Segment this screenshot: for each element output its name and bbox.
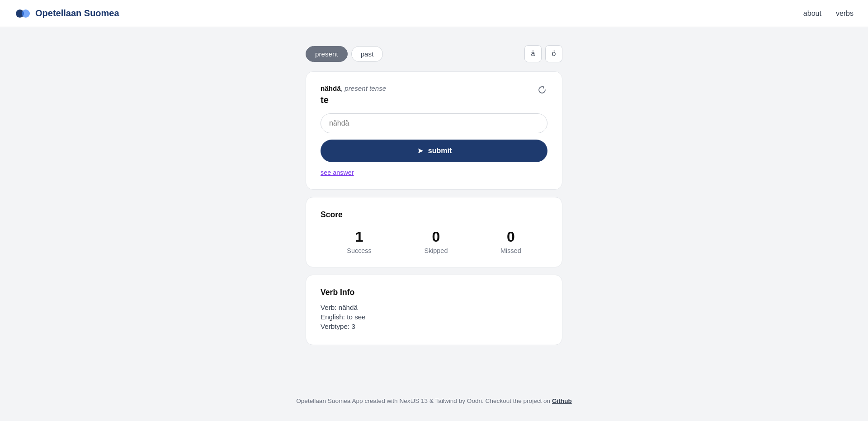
tense-tabs: present past — [306, 46, 383, 62]
svg-marker-2 — [418, 149, 423, 154]
main-content: present past ä ö nähdä, present tense te… — [298, 27, 570, 388]
see-answer-button[interactable]: see answer — [321, 169, 354, 176]
nav-about-link[interactable]: about — [803, 9, 821, 18]
controls-row: present past ä ö — [306, 45, 562, 62]
special-chars: ä ö — [524, 45, 562, 62]
score-skipped-label: Skipped — [424, 247, 448, 254]
score-success-label: Success — [347, 247, 371, 254]
answer-input[interactable] — [321, 113, 547, 133]
refresh-icon — [538, 85, 547, 94]
score-missed-value: 0 — [500, 229, 521, 245]
github-link[interactable]: Github — [552, 398, 572, 404]
score-success: 1 Success — [347, 229, 371, 254]
score-grid: 1 Success 0 Skipped 0 Missed — [321, 229, 547, 254]
char-a-umlaut[interactable]: ä — [524, 45, 542, 62]
verb-info-title: Verb Info — [321, 288, 547, 297]
nav-verbs-link[interactable]: verbs — [836, 9, 854, 18]
score-skipped: 0 Skipped — [424, 229, 448, 254]
submit-icon — [416, 147, 425, 155]
exercise-pronoun: te — [321, 95, 547, 105]
char-o-umlaut[interactable]: ö — [545, 45, 562, 62]
logo-text: Opetellaan Suomea — [35, 8, 119, 19]
submit-label: submit — [428, 147, 452, 155]
verb-info-verbtype: Verbtype: 3 — [321, 323, 547, 330]
logo: Opetellaan Suomea — [14, 5, 119, 22]
verb-info-verb: Verb: nähdä — [321, 304, 547, 311]
score-skipped-value: 0 — [424, 229, 448, 245]
score-missed: 0 Missed — [500, 229, 521, 254]
footer: Opetellaan Suomea App created with NextJ… — [0, 388, 868, 413]
verb-info-card: Verb Info Verb: nähdä English: to see Ve… — [306, 275, 562, 345]
score-success-value: 1 — [347, 229, 371, 245]
nav-links: about verbs — [803, 9, 854, 18]
score-title: Score — [321, 210, 547, 220]
exercise-tense-label: present tense — [344, 84, 386, 92]
exercise-header: nähdä, present tense — [321, 84, 547, 92]
logo-icon — [14, 5, 31, 22]
score-missed-label: Missed — [500, 247, 521, 254]
tab-present[interactable]: present — [306, 46, 348, 62]
footer-text: Opetellaan Suomea App created with NextJ… — [296, 398, 552, 404]
score-card: Score 1 Success 0 Skipped 0 Missed — [306, 197, 562, 267]
refresh-button[interactable] — [535, 83, 549, 97]
verb-info-english: English: to see — [321, 313, 547, 321]
exercise-card: nähdä, present tense te submit see answe… — [306, 71, 562, 190]
submit-button[interactable]: submit — [321, 140, 547, 162]
exercise-verb: nähdä — [321, 84, 341, 92]
tab-past[interactable]: past — [351, 46, 383, 62]
svg-point-1 — [22, 9, 30, 18]
